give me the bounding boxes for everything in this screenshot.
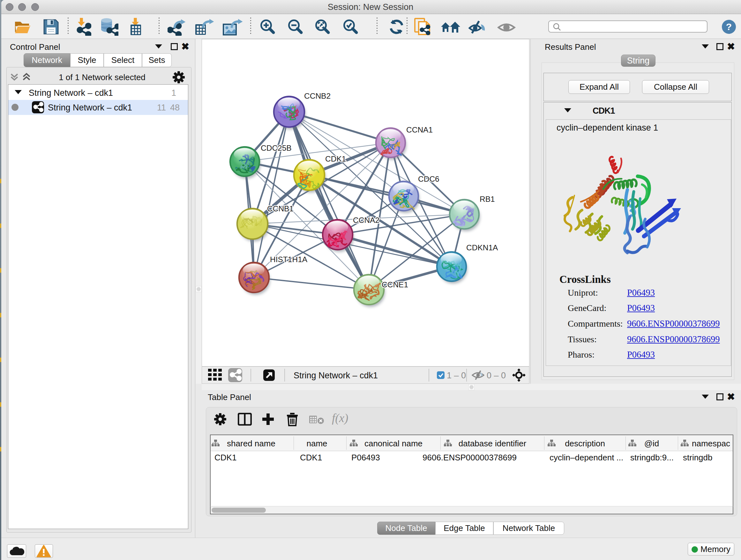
svg-text:CDKN1A: CDKN1A: [466, 243, 498, 252]
svg-text:CCNA1: CCNA1: [406, 125, 433, 134]
svg-text:RB1: RB1: [480, 195, 495, 203]
svg-text:CCNA2: CCNA2: [353, 216, 380, 225]
svg-text:CDC25B: CDC25B: [261, 144, 292, 152]
svg-text:CCNB1: CCNB1: [267, 204, 293, 213]
svg-text:HIST1H1A: HIST1H1A: [270, 255, 308, 264]
svg-text:CDC6: CDC6: [418, 175, 440, 183]
svg-text:CCNE1: CCNE1: [382, 280, 408, 289]
svg-text:CCNB2: CCNB2: [304, 91, 331, 100]
svg-text:?: ?: [726, 21, 732, 32]
svg-text:CDK1: CDK1: [325, 154, 346, 163]
